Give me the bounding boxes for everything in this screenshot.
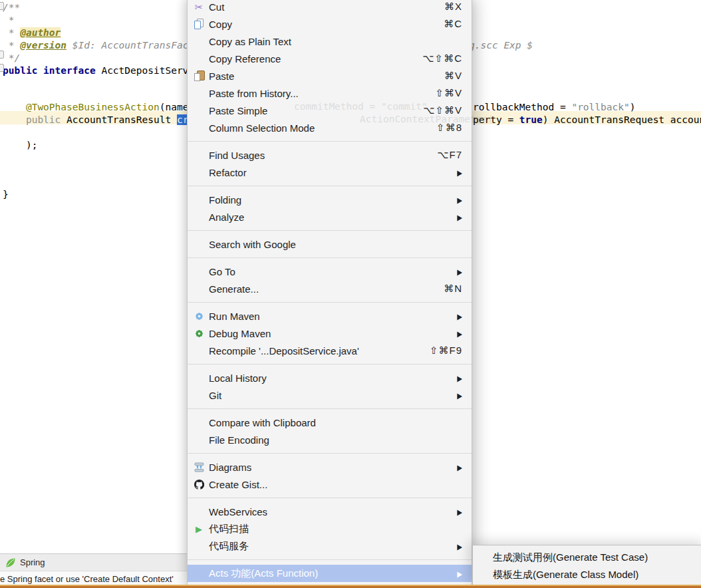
menu-separator	[188, 453, 472, 454]
menu-item-code-scan[interactable]: ▶代码扫描	[188, 520, 472, 537]
menu-icon-placeholder	[192, 506, 206, 517]
menu-item-compare-with-clipboard[interactable]: Compare with Clipboard	[188, 414, 472, 431]
menu-icon-placeholder	[192, 238, 206, 250]
diagrams-icon	[192, 461, 206, 473]
menu-item-webservices[interactable]: WebServices▶	[188, 503, 472, 520]
menu-item-debug-maven[interactable]: Debug Maven▶	[188, 325, 472, 342]
menu-item-shortcut: ⌥F7	[437, 149, 462, 161]
menu-icon-placeholder	[192, 567, 206, 579]
menu-item-label: Recompile '...DepositService.java'	[209, 345, 359, 357]
code-token: rollbackMethod =	[473, 102, 571, 112]
github-icon	[192, 478, 206, 490]
fold-marker-icon[interactable]	[0, 2, 4, 10]
menu-item-paste-simple[interactable]: Paste Simple⌥⇧⌘V	[188, 102, 472, 119]
menu-icon-placeholder	[192, 211, 206, 223]
menu-item-search-with-google[interactable]: Search with Google	[188, 235, 472, 253]
menu-separator	[188, 230, 472, 231]
menu-item-acts-function[interactable]: Acts 功能(Acts Function)▶	[188, 565, 472, 582]
submenu-arrow-icon: ▶	[457, 267, 462, 276]
menu-item-paste-from-history[interactable]: Paste from History...⇧⌘V	[188, 84, 472, 102]
menu-item-find-usages[interactable]: Find Usages⌥F7	[188, 146, 472, 164]
menu-item-shortcut: ⌥⇧⌘C	[422, 53, 462, 65]
code-token: AcctDepositServ	[101, 65, 188, 76]
menu-item-column-selection-mode[interactable]: Column Selection Mode⇧⌘8	[188, 119, 472, 136]
menu-icon-placeholder	[192, 265, 206, 277]
submenu-arrow-icon: ▶	[457, 312, 462, 321]
menu-item-git[interactable]: Git▶	[188, 386, 472, 404]
submenu-item-generate-class-model[interactable]: 模板生成(Generate Class Model)	[473, 566, 701, 583]
menu-item-label: Compare with Clipboard	[209, 417, 316, 428]
menu-item-go-to[interactable]: Go To▶	[188, 263, 472, 280]
code-token: */	[3, 53, 20, 63]
menu-item-label: Local History	[209, 372, 267, 384]
fold-marker-icon[interactable]	[0, 51, 4, 59]
menu-separator	[188, 498, 472, 498]
menu-item-folding[interactable]: Folding▶	[188, 191, 472, 208]
submenu-item-generate-test-case[interactable]: 生成测试用例(Generate Test Case)	[473, 549, 701, 566]
menu-icon-placeholder	[192, 149, 206, 161]
acts-submenu: 生成测试用例(Generate Test Case)模板生成(Generate …	[472, 545, 701, 587]
code-token	[3, 102, 26, 112]
menu-icon-placeholder	[192, 166, 206, 178]
paste-icon	[192, 70, 206, 82]
submenu-arrow-icon: ▶	[457, 196, 462, 204]
menu-item-analyze[interactable]: Analyze▶	[188, 208, 472, 225]
code-token: *	[3, 40, 20, 51]
menu-separator	[188, 302, 472, 303]
menu-item-refactor[interactable]: Refactor▶	[188, 164, 472, 181]
code-token: *	[3, 15, 14, 25]
code-line: public AccountTransResult cr	[3, 114, 188, 126]
code-token: AccountTransResult	[67, 114, 177, 125]
menu-icon-placeholder	[192, 389, 206, 401]
menu-item-code-service[interactable]: 代码服务▶	[188, 537, 472, 555]
submenu-arrow-icon: ▶	[457, 569, 462, 578]
menu-item-file-encoding[interactable]: File Encoding	[188, 431, 472, 448]
menu-item-copy-as-plain-text[interactable]: Copy as Plain Text	[188, 33, 472, 50]
submenu-arrow-icon: ▶	[457, 391, 462, 400]
menu-icon-placeholder	[192, 87, 206, 99]
menu-item-label: Diagrams	[209, 462, 251, 473]
code-token: q.scc Exp $	[469, 40, 533, 51]
menu-item-cut[interactable]: ✂Cut⌘X	[188, 0, 472, 15]
menu-item-shortcut: ⌘C	[444, 18, 462, 30]
menu-item-recompile-depositservice-java[interactable]: Recompile '...DepositService.java'⇧⌘F9	[188, 342, 472, 359]
menu-icon-placeholder	[192, 283, 206, 295]
menu-icon-placeholder	[192, 345, 206, 357]
fold-marker-icon[interactable]	[0, 64, 4, 72]
menu-item-shortcut: ⌘V	[444, 70, 462, 82]
code-line: *	[3, 14, 14, 27]
code-token	[3, 114, 26, 125]
menu-item-label: Cut	[209, 1, 224, 13]
menu-separator	[188, 364, 472, 365]
menu-item-label: Git	[209, 390, 221, 401]
editor-context-menu: ✂Cut⌘XCopy⌘CCopy as Plain TextCopy Refer…	[187, 0, 472, 586]
menu-item-copy-reference[interactable]: Copy Reference⌥⇧⌘C	[188, 50, 472, 67]
code-line: @TwoPhaseBusinessAction(name	[3, 101, 188, 114]
submenu-arrow-icon: ▶	[457, 329, 462, 338]
menu-item-paste[interactable]: Paste⌘V	[188, 67, 472, 84]
menu-item-copy[interactable]: Copy⌘C	[188, 15, 472, 33]
code-token: "rollback"	[571, 102, 629, 112]
menu-item-label: Paste	[209, 71, 234, 82]
code-token: public interface	[3, 65, 101, 76]
code-token: (name	[160, 102, 189, 112]
menu-item-local-history[interactable]: Local History▶	[188, 369, 472, 386]
menu-item-label: File Encoding	[209, 434, 269, 446]
code-token: ) AccountTransRequest accoun	[543, 114, 701, 125]
menu-icon-placeholder	[192, 53, 206, 65]
menu-item-generate[interactable]: Generate...⌘N	[188, 280, 472, 297]
menu-item-create-gist[interactable]: Create Gist...	[188, 476, 472, 493]
menu-item-shortcut: ⇧⌘V	[435, 87, 462, 99]
menu-item-label: Copy	[209, 19, 232, 30]
spring-toolwindow-button[interactable]: Spring	[0, 553, 187, 571]
code-token: }	[3, 189, 9, 200]
menu-icon-placeholder	[192, 194, 206, 206]
menu-item-label: Paste Simple	[209, 105, 267, 116]
code-line: * @version $Id: AccountTransFac	[3, 39, 188, 52]
menu-item-diagrams[interactable]: Diagrams▶	[188, 458, 472, 476]
menu-item-run-maven[interactable]: Run Maven▶	[188, 307, 472, 325]
submenu-arrow-icon: ▶	[457, 542, 462, 551]
menu-item-shortcut: ⌥⇧⌘V	[423, 104, 462, 116]
menu-item-label: Debug Maven	[209, 328, 271, 339]
code-token: @version	[20, 40, 67, 51]
